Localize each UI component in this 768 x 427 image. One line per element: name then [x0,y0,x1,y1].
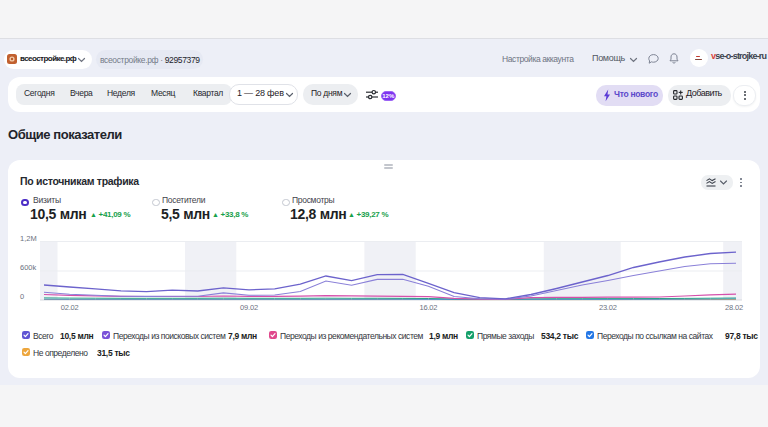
svg-text:600k: 600k [20,263,37,272]
svg-text:02.02: 02.02 [61,303,79,312]
svg-text:28.02: 28.02 [725,303,743,312]
svg-text:0: 0 [20,292,24,301]
svg-text:23.02: 23.02 [599,303,617,312]
svg-text:16.02: 16.02 [420,303,438,312]
svg-text:1,2M: 1,2M [20,234,37,243]
svg-text:09.02: 09.02 [240,303,258,312]
